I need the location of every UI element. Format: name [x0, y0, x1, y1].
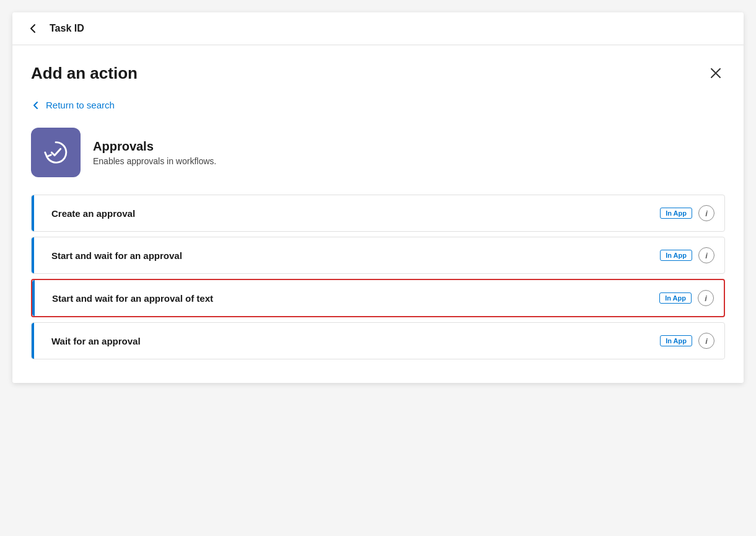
top-bar: Task ID [12, 12, 744, 45]
connector-description: Enables approvals in workflows. [93, 156, 216, 166]
back-button[interactable] [25, 20, 42, 37]
approvals-icon [41, 138, 71, 167]
close-button[interactable] [706, 64, 725, 85]
back-arrow-icon [27, 22, 40, 35]
action-list: Create an approval In App i Start and wa… [31, 195, 725, 364]
accent-bar [32, 280, 35, 316]
action-item-left: Start and wait for an approval [42, 250, 182, 261]
in-app-badge: In App [660, 335, 692, 346]
in-app-badge: In App [659, 292, 692, 304]
action-item-right: In App i [660, 333, 714, 349]
info-button[interactable]: i [698, 290, 714, 306]
action-item-right: In App i [660, 205, 714, 221]
accent-bar [32, 237, 34, 273]
action-label: Wait for an approval [51, 336, 141, 346]
accent-bar [32, 323, 34, 359]
info-button[interactable]: i [698, 205, 714, 221]
connector-info: Approvals Enables approvals in workflows… [93, 139, 216, 166]
action-item-wait-approval[interactable]: Wait for an approval In App i [31, 322, 725, 359]
action-item-right: In App i [660, 247, 714, 263]
panel-header: Add an action [31, 64, 725, 85]
accent-bar [32, 195, 34, 231]
action-label: Create an approval [51, 208, 135, 219]
action-label: Start and wait for an approval [51, 250, 182, 261]
panel-content: Add an action Return to search [12, 45, 744, 383]
panel-title: Add an action [31, 64, 138, 83]
action-item-right: In App i [659, 290, 714, 306]
action-label: Start and wait for an approval of text [52, 293, 213, 304]
info-button[interactable]: i [698, 333, 714, 349]
in-app-badge: In App [660, 208, 692, 219]
action-item-left: Wait for an approval [42, 336, 141, 346]
top-bar-title: Task ID [50, 23, 84, 34]
action-item-left: Create an approval [42, 208, 135, 219]
connector-name: Approvals [93, 139, 216, 154]
action-item-start-wait-approval[interactable]: Start and wait for an approval In App i [31, 237, 725, 274]
return-arrow-icon [31, 100, 41, 110]
return-to-search-button[interactable]: Return to search [31, 100, 115, 110]
main-container: Task ID Add an action Return to search [12, 12, 744, 383]
connector-header: Approvals Enables approvals in workflows… [31, 128, 725, 177]
connector-icon-wrapper [31, 128, 81, 177]
in-app-badge: In App [660, 250, 692, 261]
action-item-create-approval[interactable]: Create an approval In App i [31, 195, 725, 232]
close-icon [709, 66, 723, 80]
info-button[interactable]: i [698, 247, 714, 263]
action-item-left: Start and wait for an approval of text [42, 293, 213, 304]
action-item-start-wait-approval-text[interactable]: Start and wait for an approval of text I… [31, 279, 725, 317]
return-to-search-label: Return to search [46, 100, 115, 110]
